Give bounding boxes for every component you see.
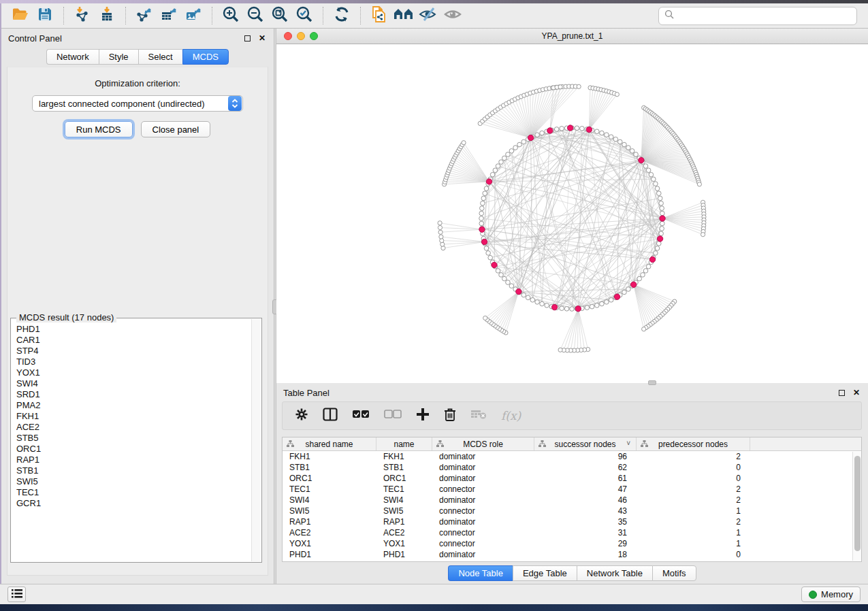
- copy-network-button[interactable]: [367, 5, 391, 26]
- unselect-all-columns-button[interactable]: [384, 410, 402, 422]
- tab-network-table[interactable]: Network Table: [577, 565, 652, 581]
- toolbar-separator: [63, 7, 64, 24]
- mcds-result-item[interactable]: ORC1: [16, 444, 251, 455]
- column-header-MCDS-role[interactable]: MCDS role: [432, 437, 534, 450]
- table-scrollbar-thumb[interactable]: [854, 456, 861, 551]
- column-header-name[interactable]: name: [376, 437, 432, 450]
- add-column-button[interactable]: [416, 408, 430, 424]
- hide-selected-button[interactable]: [416, 5, 440, 26]
- first-neighbors-button[interactable]: [391, 5, 416, 26]
- function-builder-button[interactable]: f(x): [501, 409, 521, 423]
- export-table-button[interactable]: [157, 5, 181, 26]
- network-window-titlebar[interactable]: YPA_prune.txt_1: [276, 29, 868, 44]
- column-label: name: [393, 440, 414, 449]
- mcds-result-item[interactable]: GCR1: [16, 498, 251, 509]
- open-file-button[interactable]: [8, 5, 33, 26]
- tab-select[interactable]: Select: [138, 49, 182, 65]
- zoom-fit-button[interactable]: [268, 5, 292, 26]
- table-cell: YOX1: [283, 538, 376, 549]
- import-table-button[interactable]: [95, 5, 119, 26]
- column-label: shared name: [305, 440, 353, 449]
- delete-column-button[interactable]: [444, 408, 456, 425]
- minimize-window-icon[interactable]: [297, 32, 305, 40]
- mcds-result-item[interactable]: SRD1: [16, 389, 251, 400]
- desktop-wallpaper-bottom: [0, 604, 868, 611]
- mcds-result-item[interactable]: SWI5: [16, 476, 251, 487]
- column-layout-button[interactable]: [323, 408, 338, 424]
- export-image-button[interactable]: [181, 5, 206, 26]
- table-row[interactable]: ACE2ACE2connector311: [283, 527, 861, 538]
- float-table-panel-icon[interactable]: [839, 390, 845, 396]
- table-row[interactable]: PHD1PHD1dominator180: [283, 549, 861, 560]
- table-row[interactable]: FKH1FKH1dominator962: [283, 451, 861, 462]
- tab-edge-table[interactable]: Edge Table: [513, 565, 577, 581]
- table-cell: 0: [637, 549, 750, 560]
- mcds-result-item[interactable]: STP4: [16, 346, 251, 357]
- refresh-layout-button[interactable]: [329, 5, 354, 26]
- mcds-result-item[interactable]: CAR1: [16, 335, 251, 346]
- close-panel-icon[interactable]: ✕: [259, 34, 266, 42]
- search-field[interactable]: [658, 7, 857, 25]
- horizontal-splitter-handle[interactable]: [648, 380, 656, 385]
- zoom-out-button[interactable]: [243, 5, 268, 26]
- show-all-button[interactable]: [440, 5, 465, 26]
- memory-button[interactable]: Memory: [801, 587, 861, 602]
- mcds-result-item[interactable]: YOX1: [16, 367, 251, 378]
- table-cell: ORC1: [283, 473, 376, 484]
- select-all-columns-button[interactable]: [352, 410, 370, 422]
- delete-table-button[interactable]: [470, 409, 487, 423]
- tab-network[interactable]: Network: [46, 49, 99, 65]
- zoom-selected-button[interactable]: [292, 5, 317, 26]
- table-row[interactable]: ORC1ORC1dominator610: [283, 473, 861, 484]
- table-row[interactable]: TEC1TEC1connector472: [283, 484, 861, 495]
- table-row[interactable]: STB1STB1dominator620: [283, 462, 861, 473]
- table-cell: connector: [432, 506, 534, 516]
- search-input[interactable]: [678, 11, 851, 21]
- mcds-result-item[interactable]: SWI4: [16, 378, 251, 389]
- column-header-successor-nodes[interactable]: successor nodes˅: [534, 437, 637, 450]
- run-mcds-button[interactable]: Run MCDS: [65, 121, 133, 137]
- namespace-icon: [641, 440, 648, 450]
- close-panel-button[interactable]: Close panel: [141, 121, 211, 137]
- zoom-in-button[interactable]: [219, 5, 243, 26]
- close-window-icon[interactable]: [284, 32, 292, 40]
- table-row[interactable]: SWI4SWI4dominator462: [283, 495, 861, 506]
- table-cell: 1: [637, 538, 750, 549]
- tab-node-table[interactable]: Node Table: [448, 565, 513, 581]
- export-network-button[interactable]: [132, 5, 157, 26]
- mcds-result-item[interactable]: FKH1: [16, 411, 251, 422]
- table-row[interactable]: YOX1YOX1connector291: [283, 538, 861, 549]
- mcds-result-item[interactable]: STB1: [16, 465, 251, 476]
- save-session-button[interactable]: [33, 5, 57, 26]
- table-cell: PHD1: [283, 549, 376, 560]
- mcds-result-item[interactable]: PHD1: [16, 324, 251, 335]
- float-panel-icon[interactable]: [244, 35, 251, 42]
- mcds-result-item[interactable]: ACE2: [16, 422, 251, 433]
- mcds-result-scrollbar[interactable]: [251, 319, 261, 561]
- tab-motifs[interactable]: Motifs: [652, 565, 696, 581]
- mcds-result-item[interactable]: STB5: [16, 433, 251, 444]
- table-row[interactable]: SWI5SWI5connector431: [283, 506, 861, 516]
- tab-mcds[interactable]: MCDS: [182, 49, 229, 65]
- import-network-button[interactable]: [70, 5, 95, 26]
- column-header-shared-name[interactable]: shared name: [283, 437, 376, 450]
- tab-style[interactable]: Style: [99, 49, 138, 65]
- table-options-button[interactable]: [295, 408, 308, 424]
- column-label: MCDS role: [463, 440, 503, 449]
- table-cell: RAP1: [283, 516, 376, 527]
- show-panels-button[interactable]: [7, 587, 26, 602]
- mcds-result-item[interactable]: RAP1: [16, 455, 251, 465]
- table-row[interactable]: RAP1RAP1dominator352: [283, 516, 861, 527]
- column-header-predecessor-nodes[interactable]: predecessor nodes: [637, 437, 750, 450]
- close-table-panel-icon[interactable]: ✕: [853, 389, 860, 397]
- network-canvas[interactable]: [276, 44, 868, 383]
- table-scrollbar[interactable]: [852, 452, 861, 561]
- mcds-result-item[interactable]: TEC1: [16, 487, 251, 498]
- mcds-result-item[interactable]: PMA2: [16, 400, 251, 411]
- optimization-criterion-select[interactable]: largest connected component (undirected): [32, 95, 243, 112]
- maximize-window-icon[interactable]: [310, 32, 318, 40]
- mcds-result-list: PHD1CAR1STP4TID3YOX1SWI4SRD1PMA2FKH1ACE2…: [16, 324, 251, 561]
- mcds-result-item[interactable]: TID3: [16, 357, 251, 367]
- table-cell: STB1: [283, 462, 376, 473]
- table-cell: ORC1: [376, 473, 432, 484]
